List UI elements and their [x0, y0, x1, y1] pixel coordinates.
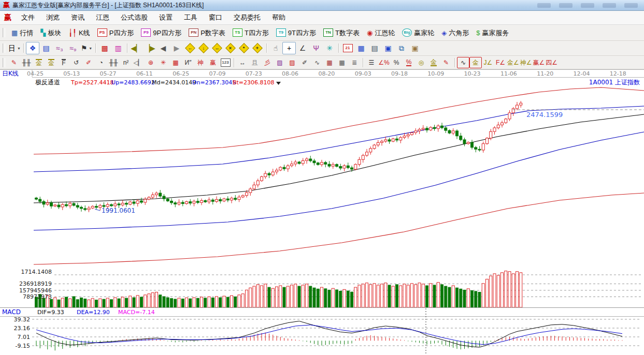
- kline-chart[interactable]: 04-2505-1305-2706-1106-2507-0907-2308-06…: [0, 69, 644, 355]
- gann-diamond-cross-icon[interactable]: ×: [224, 42, 237, 54]
- fence-dense-icon[interactable]: ╫╫: [107, 57, 120, 68]
- menu-tools[interactable]: 工具: [178, 11, 203, 24]
- menu-formula-picker[interactable]: 公式选股: [115, 11, 153, 24]
- kline-button[interactable]: ╽╿K线: [65, 26, 93, 39]
- step-back-icon[interactable]: ◀: [156, 42, 170, 54]
- step-forward-icon[interactable]: ▶: [170, 42, 183, 54]
- gann-diamond-expand-icon[interactable]: ↔: [210, 42, 224, 54]
- titlebar-button-3[interactable]: [581, 3, 594, 8]
- menu-help[interactable]: 帮助: [266, 11, 291, 24]
- wave-box-icon[interactable]: ∿: [457, 57, 469, 68]
- save-icon[interactable]: ▣: [381, 42, 395, 54]
- titlebar-button-1[interactable]: [537, 3, 551, 8]
- red-pen-icon[interactable]: ✎: [440, 57, 452, 68]
- histogram-icon[interactable]: ▥: [111, 42, 125, 54]
- grid-red-icon[interactable]: ▦: [323, 57, 336, 68]
- p-square-button[interactable]: PSP四方形: [94, 26, 138, 39]
- grid-web-icon[interactable]: ▦: [169, 57, 182, 68]
- menu-window[interactable]: 窗口: [203, 11, 228, 24]
- price-ladder-icon[interactable]: ☰: [365, 57, 378, 68]
- gann-diamond-center-icon[interactable]: +: [251, 42, 264, 54]
- gann-diamond-star-icon[interactable]: *: [237, 42, 251, 54]
- percent-icon[interactable]: %: [390, 57, 403, 68]
- gann-wheel-button[interactable]: ◉江恩轮: [363, 26, 398, 39]
- pattern-box-icon[interactable]: ▩: [98, 42, 111, 54]
- menu-trading[interactable]: 交易委托: [228, 11, 266, 24]
- wave-9-icon[interactable]: ≈₉: [66, 42, 80, 54]
- t9-square-button[interactable]: T99T四方形: [273, 26, 320, 39]
- marker-pen-icon[interactable]: ✐: [82, 57, 95, 68]
- fan-box-red-icon[interactable]: ▨: [286, 57, 298, 68]
- period-day-selector[interactable]: 日▼: [8, 42, 21, 54]
- info-panel-icon[interactable]: ▤: [39, 42, 53, 54]
- quotes-button[interactable]: ▦行情: [8, 26, 37, 39]
- gann-pattern-icon[interactable]: Ψ: [309, 42, 323, 54]
- web-tool-icon[interactable]: ✳: [323, 42, 336, 54]
- fan-box-purple-icon[interactable]: ▨: [274, 57, 286, 68]
- last-page-icon[interactable]: ▕▶: [143, 42, 156, 54]
- multi-line-icon[interactable]: ≣: [348, 57, 361, 68]
- time-cycle-icon[interactable]: ◔: [95, 57, 107, 68]
- winner-service-button[interactable]: $赢家服务: [473, 26, 512, 39]
- ruler-123-icon[interactable]: 123: [219, 57, 232, 68]
- j-angle-icon[interactable]: J∠: [482, 57, 494, 68]
- ying-angle-icon[interactable]: 赢∠: [533, 57, 546, 68]
- gann-diamond-down-icon[interactable]: ↓: [197, 42, 210, 54]
- title-bar[interactable]: 赢 赢家江恩专业版[赢家内部服务平台] - [上证指数 SH1A0001-163…: [0, 0, 644, 11]
- gann-knife-icon[interactable]: ✎: [8, 57, 20, 68]
- chart-layout-icon[interactable]: ❖: [26, 42, 39, 54]
- p9-square-button[interactable]: P99P四方形: [137, 26, 185, 39]
- hand-tool-icon[interactable]: ☝: [269, 42, 282, 54]
- menu-gann[interactable]: 江恩: [90, 11, 115, 24]
- gold-fence-1-icon[interactable]: 金: [33, 57, 45, 68]
- percent-line-icon[interactable]: %: [403, 57, 415, 68]
- trend-line-icon[interactable]: ✐: [298, 57, 311, 68]
- indicator-dropdown-icon[interactable]: [276, 82, 281, 85]
- mirror-angle-icon[interactable]: ◁▏: [132, 57, 145, 68]
- menu-browse[interactable]: 浏览: [40, 11, 65, 24]
- titlebar-button-2[interactable]: [559, 3, 573, 8]
- hexagon-button[interactable]: ◈六角形: [438, 26, 473, 39]
- zigzag-icon[interactable]: ∿: [311, 57, 323, 68]
- wave-3-icon[interactable]: ≈₃: [53, 42, 66, 54]
- menu-settings[interactable]: 设置: [153, 11, 178, 24]
- f-angle-icon[interactable]: F∠: [494, 57, 507, 68]
- n-square-icon[interactable]: n²: [120, 57, 132, 68]
- menu-file[interactable]: 文件: [16, 11, 40, 24]
- spiral-icon[interactable]: ↺: [70, 57, 82, 68]
- t-square-button[interactable]: TST四方形: [229, 26, 273, 39]
- angle-tool-icon[interactable]: ∠: [296, 42, 309, 54]
- star-web-icon[interactable]: ✳: [157, 57, 169, 68]
- sectors-button[interactable]: ▚板块: [37, 26, 65, 39]
- menu-news[interactable]: 资讯: [65, 11, 90, 24]
- calendar-21-icon[interactable]: 21: [341, 42, 354, 54]
- save-web-icon[interactable]: ⧉: [395, 42, 408, 54]
- shen-angle-icon[interactable]: 神∠: [520, 57, 533, 68]
- gann-fan-icon[interactable]: 彡: [261, 57, 274, 68]
- p-number-button[interactable]: PNP数字表: [185, 26, 229, 39]
- titlebar-button-4[interactable]: [603, 3, 616, 8]
- fence-tool-icon[interactable]: ╫╫: [20, 57, 33, 68]
- f-fence-icon[interactable]: F: [58, 57, 70, 68]
- shen-tool-icon[interactable]: 神: [194, 57, 207, 68]
- target-circle-icon[interactable]: ⊕: [145, 57, 157, 68]
- gold-fence-2-icon[interactable]: 金: [45, 57, 58, 68]
- gold-angle-icon[interactable]: 金∠: [507, 57, 520, 68]
- measure-icon[interactable]: ↔: [236, 57, 249, 68]
- report-icon[interactable]: ▤: [368, 42, 381, 54]
- flag-marker-icon[interactable]: ⚑▼: [80, 42, 93, 54]
- calculator-icon[interactable]: ▦: [354, 42, 368, 54]
- crosshair-tool-icon[interactable]: +: [282, 42, 296, 54]
- workstation-icon[interactable]: ▣: [408, 42, 422, 54]
- gann-diamond-left-icon[interactable]: ←: [183, 42, 197, 54]
- winner-wheel-button[interactable]: Big赢家轮: [398, 26, 438, 39]
- quote-lines-icon[interactable]: И″: [182, 57, 194, 68]
- gold-circle-icon[interactable]: ◎: [415, 57, 427, 68]
- frame-icon[interactable]: 且: [249, 57, 261, 68]
- percent-angle-icon[interactable]: ∠%: [378, 57, 390, 68]
- t-number-button[interactable]: TNT数字表: [320, 26, 363, 39]
- gold-box-icon[interactable]: 金: [469, 57, 482, 68]
- macd-pane-label[interactable]: MACD: [2, 308, 21, 316]
- ying-tool-icon[interactable]: 赢: [207, 57, 219, 68]
- indicator-name[interactable]: 极反通道: [35, 79, 60, 86]
